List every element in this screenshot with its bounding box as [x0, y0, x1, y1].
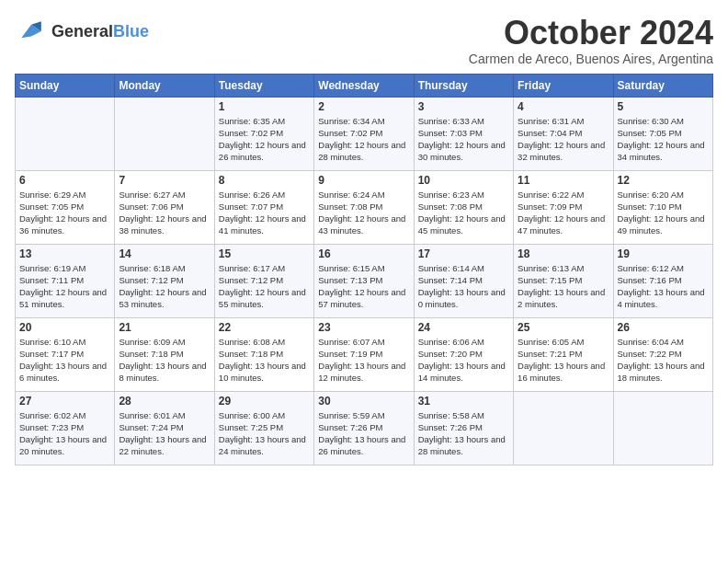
day-number: 29	[219, 395, 310, 408]
calendar-cell: 20Sunrise: 6:10 AM Sunset: 7:17 PM Dayli…	[16, 317, 115, 391]
day-header-saturday: Saturday	[613, 74, 712, 97]
day-info: Sunrise: 6:27 AM Sunset: 7:06 PM Dayligh…	[119, 189, 210, 237]
day-number: 31	[418, 395, 509, 408]
calendar-cell: 15Sunrise: 6:17 AM Sunset: 7:12 PM Dayli…	[214, 244, 313, 317]
calendar-cell	[514, 391, 613, 465]
day-info: Sunrise: 6:12 AM Sunset: 7:16 PM Dayligh…	[618, 262, 709, 311]
day-info: Sunrise: 6:34 AM Sunset: 7:02 PM Dayligh…	[318, 115, 409, 164]
day-number: 11	[518, 174, 609, 187]
calendar-cell: 8Sunrise: 6:26 AM Sunset: 7:07 PM Daylig…	[214, 170, 313, 244]
day-number: 5	[618, 100, 709, 113]
calendar-cell: 14Sunrise: 6:18 AM Sunset: 7:12 PM Dayli…	[115, 244, 214, 317]
calendar-cell: 21Sunrise: 6:09 AM Sunset: 7:18 PM Dayli…	[115, 317, 214, 391]
logo-icon	[15, 15, 48, 48]
day-info: Sunrise: 6:00 AM Sunset: 7:25 PM Dayligh…	[219, 409, 310, 458]
calendar-body: 1Sunrise: 6:35 AM Sunset: 7:02 PM Daylig…	[16, 97, 713, 465]
logo-text: GeneralBlue	[51, 22, 149, 41]
calendar-header: SundayMondayTuesdayWednesdayThursdayFrid…	[16, 74, 713, 97]
day-number: 3	[418, 100, 509, 113]
calendar-cell: 30Sunrise: 5:59 AM Sunset: 7:26 PM Dayli…	[314, 391, 414, 465]
calendar-week-4: 20Sunrise: 6:10 AM Sunset: 7:17 PM Dayli…	[16, 317, 713, 391]
calendar-cell	[115, 97, 214, 170]
day-number: 26	[618, 321, 709, 334]
day-number: 16	[318, 247, 409, 260]
day-header-monday: Monday	[115, 74, 214, 97]
calendar-cell: 7Sunrise: 6:27 AM Sunset: 7:06 PM Daylig…	[115, 170, 214, 244]
day-info: Sunrise: 6:02 AM Sunset: 7:23 PM Dayligh…	[19, 409, 110, 458]
day-number: 14	[119, 247, 210, 260]
day-info: Sunrise: 6:14 AM Sunset: 7:14 PM Dayligh…	[418, 262, 509, 311]
day-info: Sunrise: 6:07 AM Sunset: 7:19 PM Dayligh…	[318, 336, 409, 385]
calendar-cell: 27Sunrise: 6:02 AM Sunset: 7:23 PM Dayli…	[16, 391, 115, 465]
calendar-week-2: 6Sunrise: 6:29 AM Sunset: 7:05 PM Daylig…	[16, 170, 713, 244]
page-header: GeneralBlue October 2024 Carmen de Areco…	[15, 15, 713, 66]
day-info: Sunrise: 6:06 AM Sunset: 7:20 PM Dayligh…	[418, 336, 509, 385]
day-info: Sunrise: 6:30 AM Sunset: 7:05 PM Dayligh…	[618, 115, 709, 164]
day-info: Sunrise: 6:24 AM Sunset: 7:08 PM Dayligh…	[318, 189, 409, 237]
calendar-cell: 4Sunrise: 6:31 AM Sunset: 7:04 PM Daylig…	[514, 97, 613, 170]
day-number: 12	[618, 174, 709, 187]
calendar-cell: 13Sunrise: 6:19 AM Sunset: 7:11 PM Dayli…	[16, 244, 115, 317]
day-info: Sunrise: 6:18 AM Sunset: 7:12 PM Dayligh…	[119, 262, 210, 311]
calendar-table: SundayMondayTuesdayWednesdayThursdayFrid…	[15, 74, 713, 465]
calendar-cell: 11Sunrise: 6:22 AM Sunset: 7:09 PM Dayli…	[514, 170, 613, 244]
day-info: Sunrise: 6:05 AM Sunset: 7:21 PM Dayligh…	[518, 336, 609, 385]
day-info: Sunrise: 6:09 AM Sunset: 7:18 PM Dayligh…	[119, 336, 210, 385]
calendar-week-3: 13Sunrise: 6:19 AM Sunset: 7:11 PM Dayli…	[16, 244, 713, 317]
day-number: 27	[19, 395, 110, 408]
day-number: 30	[318, 395, 409, 408]
calendar-cell: 31Sunrise: 5:58 AM Sunset: 7:26 PM Dayli…	[414, 391, 513, 465]
calendar-cell	[613, 391, 712, 465]
day-info: Sunrise: 6:29 AM Sunset: 7:05 PM Dayligh…	[19, 189, 110, 237]
day-header-tuesday: Tuesday	[214, 74, 313, 97]
month-title: October 2024	[469, 15, 713, 52]
day-info: Sunrise: 5:59 AM Sunset: 7:26 PM Dayligh…	[318, 409, 409, 458]
day-number: 25	[518, 321, 609, 334]
day-info: Sunrise: 6:08 AM Sunset: 7:18 PM Dayligh…	[219, 336, 310, 385]
day-header-friday: Friday	[514, 74, 613, 97]
day-info: Sunrise: 5:58 AM Sunset: 7:26 PM Dayligh…	[418, 409, 509, 458]
calendar-cell: 9Sunrise: 6:24 AM Sunset: 7:08 PM Daylig…	[314, 170, 414, 244]
day-number: 18	[518, 247, 609, 260]
day-info: Sunrise: 6:20 AM Sunset: 7:10 PM Dayligh…	[618, 189, 709, 237]
day-number: 19	[618, 247, 709, 260]
day-info: Sunrise: 6:04 AM Sunset: 7:22 PM Dayligh…	[618, 336, 709, 385]
calendar-cell: 18Sunrise: 6:13 AM Sunset: 7:15 PM Dayli…	[514, 244, 613, 317]
calendar-cell: 16Sunrise: 6:15 AM Sunset: 7:13 PM Dayli…	[314, 244, 414, 317]
calendar-cell: 6Sunrise: 6:29 AM Sunset: 7:05 PM Daylig…	[16, 170, 115, 244]
day-number: 2	[318, 100, 409, 113]
calendar-cell: 5Sunrise: 6:30 AM Sunset: 7:05 PM Daylig…	[613, 97, 712, 170]
day-number: 7	[119, 174, 210, 187]
day-info: Sunrise: 6:33 AM Sunset: 7:03 PM Dayligh…	[418, 115, 509, 164]
calendar-cell: 3Sunrise: 6:33 AM Sunset: 7:03 PM Daylig…	[414, 97, 513, 170]
day-number: 15	[219, 247, 310, 260]
day-info: Sunrise: 6:22 AM Sunset: 7:09 PM Dayligh…	[518, 189, 609, 237]
location: Carmen de Areco, Buenos Aires, Argentina	[469, 52, 713, 66]
calendar-cell: 22Sunrise: 6:08 AM Sunset: 7:18 PM Dayli…	[214, 317, 313, 391]
calendar-cell: 19Sunrise: 6:12 AM Sunset: 7:16 PM Dayli…	[613, 244, 712, 317]
calendar-cell: 23Sunrise: 6:07 AM Sunset: 7:19 PM Dayli…	[314, 317, 414, 391]
calendar-cell: 1Sunrise: 6:35 AM Sunset: 7:02 PM Daylig…	[214, 97, 313, 170]
day-number: 4	[518, 100, 609, 113]
logo: GeneralBlue	[15, 15, 149, 48]
day-info: Sunrise: 6:19 AM Sunset: 7:11 PM Dayligh…	[19, 262, 110, 311]
calendar-cell: 24Sunrise: 6:06 AM Sunset: 7:20 PM Dayli…	[414, 317, 513, 391]
day-number: 23	[318, 321, 409, 334]
calendar-week-5: 27Sunrise: 6:02 AM Sunset: 7:23 PM Dayli…	[16, 391, 713, 465]
day-info: Sunrise: 6:10 AM Sunset: 7:17 PM Dayligh…	[19, 336, 110, 385]
day-header-thursday: Thursday	[414, 74, 513, 97]
day-number: 28	[119, 395, 210, 408]
calendar-cell: 2Sunrise: 6:34 AM Sunset: 7:02 PM Daylig…	[314, 97, 414, 170]
title-block: October 2024 Carmen de Areco, Buenos Air…	[469, 15, 713, 66]
day-info: Sunrise: 6:23 AM Sunset: 7:08 PM Dayligh…	[418, 189, 509, 237]
day-info: Sunrise: 6:13 AM Sunset: 7:15 PM Dayligh…	[518, 262, 609, 311]
day-number: 1	[219, 100, 310, 113]
day-number: 22	[219, 321, 310, 334]
calendar-cell: 17Sunrise: 6:14 AM Sunset: 7:14 PM Dayli…	[414, 244, 513, 317]
day-header-wednesday: Wednesday	[314, 74, 414, 97]
day-number: 17	[418, 247, 509, 260]
day-number: 24	[418, 321, 509, 334]
day-number: 6	[19, 174, 110, 187]
day-info: Sunrise: 6:35 AM Sunset: 7:02 PM Dayligh…	[219, 115, 310, 164]
day-header-sunday: Sunday	[16, 74, 115, 97]
